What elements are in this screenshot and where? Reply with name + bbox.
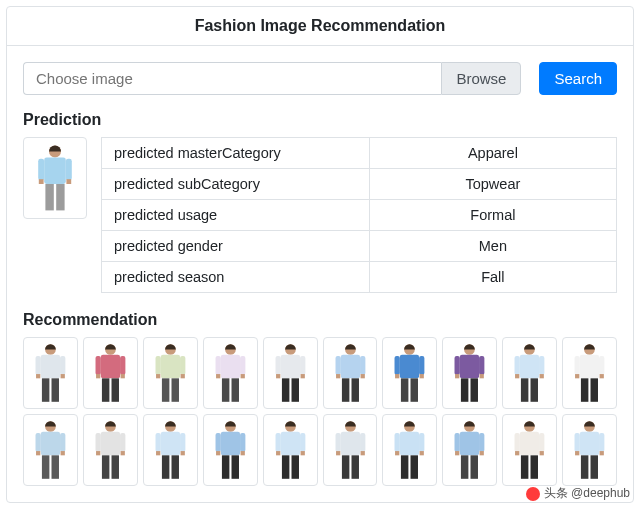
svg-rect-17 — [52, 378, 59, 401]
svg-rect-8 — [56, 184, 64, 210]
svg-rect-113 — [96, 451, 100, 455]
recommendation-item[interactable] — [263, 337, 318, 409]
table-row: predicted seasonFall — [102, 262, 617, 293]
recommendation-item[interactable] — [382, 414, 437, 486]
recommendation-item[interactable] — [263, 414, 318, 486]
recommendation-item[interactable] — [83, 337, 138, 409]
svg-rect-51 — [300, 374, 304, 378]
browse-button[interactable]: Browse — [441, 62, 521, 95]
svg-rect-152 — [351, 455, 358, 478]
svg-rect-14 — [36, 374, 40, 378]
svg-rect-79 — [461, 378, 468, 401]
svg-rect-129 — [215, 433, 220, 452]
svg-rect-13 — [60, 356, 65, 375]
svg-rect-138 — [275, 433, 280, 452]
recommendation-item[interactable] — [442, 414, 497, 486]
svg-rect-89 — [531, 378, 538, 401]
svg-rect-5 — [39, 179, 44, 184]
recommendation-item[interactable] — [23, 337, 78, 409]
search-row: Browse Search — [23, 62, 617, 95]
svg-rect-47 — [280, 355, 299, 378]
svg-rect-24 — [120, 374, 124, 378]
recommendation-item[interactable] — [562, 337, 617, 409]
svg-rect-98 — [591, 378, 598, 401]
svg-rect-186 — [600, 451, 604, 455]
svg-rect-30 — [155, 356, 160, 375]
recommendation-item[interactable] — [502, 337, 557, 409]
search-button[interactable]: Search — [539, 62, 617, 95]
prediction-row: predicted masterCategoryApparelpredicted… — [23, 137, 617, 293]
svg-rect-155 — [400, 432, 419, 455]
svg-rect-166 — [479, 433, 484, 452]
svg-rect-23 — [96, 374, 100, 378]
svg-rect-48 — [275, 356, 280, 375]
prediction-value: Topwear — [369, 169, 616, 200]
svg-rect-151 — [341, 455, 348, 478]
recommendation-item[interactable] — [323, 337, 378, 409]
recommendation-item[interactable] — [442, 337, 497, 409]
svg-rect-68 — [395, 374, 399, 378]
svg-rect-44 — [231, 378, 238, 401]
file-input[interactable] — [23, 62, 441, 95]
recommendation-item[interactable] — [83, 414, 138, 486]
svg-rect-104 — [36, 451, 40, 455]
svg-rect-178 — [521, 455, 528, 478]
svg-rect-43 — [222, 378, 229, 401]
prediction-label: predicted masterCategory — [102, 138, 370, 169]
svg-rect-52 — [282, 378, 289, 401]
svg-rect-76 — [479, 356, 484, 375]
svg-rect-142 — [282, 455, 289, 478]
svg-rect-96 — [600, 374, 604, 378]
svg-rect-60 — [360, 374, 364, 378]
svg-rect-15 — [61, 374, 65, 378]
svg-rect-26 — [111, 378, 118, 401]
svg-rect-53 — [291, 378, 298, 401]
svg-rect-174 — [515, 433, 520, 452]
recommendation-item[interactable] — [562, 414, 617, 486]
recommendation-item[interactable] — [502, 414, 557, 486]
svg-rect-42 — [240, 374, 244, 378]
svg-rect-97 — [581, 378, 588, 401]
svg-rect-143 — [291, 455, 298, 478]
svg-rect-85 — [539, 356, 544, 375]
svg-rect-157 — [419, 433, 424, 452]
recommendation-item[interactable] — [23, 414, 78, 486]
svg-rect-159 — [420, 451, 424, 455]
svg-rect-158 — [395, 451, 399, 455]
recommendation-item[interactable] — [203, 337, 258, 409]
svg-rect-175 — [539, 433, 544, 452]
app-panel: Fashion Image Recommendation Browse Sear… — [6, 6, 634, 503]
svg-rect-125 — [171, 455, 178, 478]
svg-rect-6 — [66, 179, 71, 184]
svg-rect-31 — [180, 356, 185, 375]
svg-rect-75 — [455, 356, 460, 375]
svg-rect-39 — [215, 356, 220, 375]
svg-rect-115 — [102, 455, 109, 478]
svg-rect-107 — [52, 455, 59, 478]
prediction-value: Men — [369, 231, 616, 262]
svg-rect-132 — [240, 451, 244, 455]
svg-rect-58 — [360, 356, 365, 375]
svg-rect-21 — [95, 356, 100, 375]
file-input-group: Browse — [23, 62, 521, 95]
prediction-label: predicted gender — [102, 231, 370, 262]
recommendation-item[interactable] — [382, 337, 437, 409]
svg-rect-38 — [221, 355, 240, 378]
svg-rect-69 — [420, 374, 424, 378]
recommendation-item[interactable] — [143, 337, 198, 409]
svg-rect-168 — [480, 451, 484, 455]
svg-rect-22 — [120, 356, 125, 375]
svg-rect-2 — [44, 158, 66, 184]
svg-rect-185 — [575, 451, 579, 455]
table-row: predicted usageFormal — [102, 200, 617, 231]
panel-body: Browse Search Prediction predicted maste… — [7, 46, 633, 502]
recommendation-item[interactable] — [323, 414, 378, 486]
svg-rect-130 — [240, 433, 245, 452]
svg-rect-141 — [300, 451, 304, 455]
query-image — [23, 137, 87, 219]
recommendation-item[interactable] — [143, 414, 198, 486]
svg-rect-102 — [36, 433, 41, 452]
recommendation-item[interactable] — [203, 414, 258, 486]
svg-rect-161 — [411, 455, 418, 478]
svg-rect-164 — [460, 432, 479, 455]
